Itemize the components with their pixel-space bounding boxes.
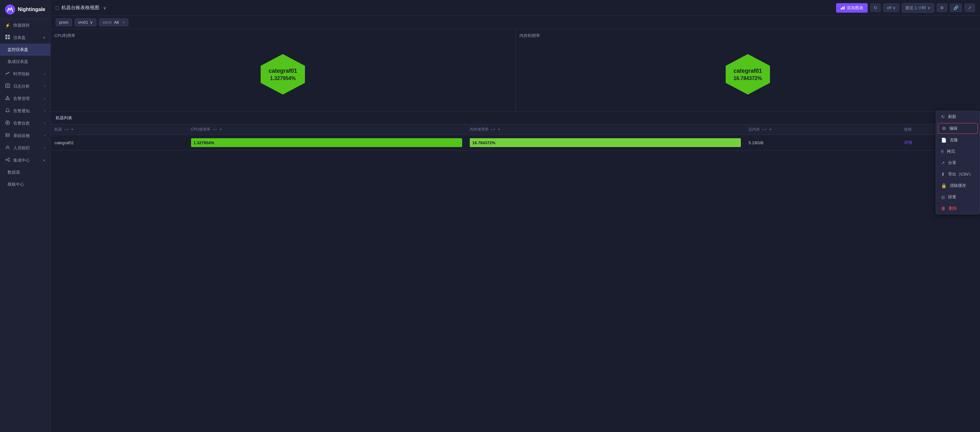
dashboard-icon (5, 35, 10, 40)
quick-jump-icon: ⚡ (5, 23, 10, 28)
fullscreen-button[interactable]: ⤢ (964, 3, 975, 12)
svg-line-21 (7, 159, 8, 159)
context-menu-item-troubleshoot[interactable]: ◎ 排查 (936, 191, 980, 203)
off-button[interactable]: off ∨ (883, 3, 899, 12)
svg-rect-3 (5, 37, 7, 39)
table-row: categraf01 1.327954% 16.784372% (51, 135, 980, 151)
chevron-down-icon: ∨ (43, 36, 45, 39)
back-icon[interactable]: □ (56, 5, 59, 11)
sidebar-item-label: 人员组织 (13, 145, 30, 151)
export-icon: ⬆ (941, 172, 945, 177)
sidebar-item-personnel[interactable]: 人员组织 › (0, 142, 50, 154)
topbar-actions: 添加图表 ↻ off ∨ 最近 1 小时 ∨ ⚙ 🔗 ⤢ (836, 3, 975, 13)
context-menu-item-copy[interactable]: ⎘ 拷贝 (936, 146, 980, 157)
sidebar-item-alert-self-heal[interactable]: 告警自愈 › (0, 117, 50, 129)
sidebar-item-label: 告警通知 (13, 108, 30, 114)
chevron-right-icon: › (44, 121, 45, 125)
context-menu: ↻ 刷新 ⚙ 编辑 📄 克隆 ⎘ 拷贝 ↗ 分享 ⬆ 导出（CSV） 🔒 清除缓… (936, 111, 980, 214)
context-menu-label: 克隆 (950, 137, 958, 143)
context-menu-item-clear-cache[interactable]: 🔒 清除缓存 (936, 180, 980, 191)
chevron-right-icon: › (44, 84, 45, 88)
troubleshoot-icon: ◎ (941, 194, 945, 200)
context-menu-item-edit[interactable]: ⚙ 编辑 (938, 123, 978, 134)
context-menu-item-delete[interactable]: 🗑 删除 (936, 203, 980, 214)
add-chart-label: 添加图表 (847, 5, 863, 11)
refresh-icon: ↻ (874, 5, 877, 10)
chevron-right-icon: › (44, 146, 45, 149)
refresh-button[interactable]: ↻ (870, 3, 881, 12)
memory-hexagon-wrapper: categraf01 16.784372% (722, 52, 773, 96)
sidebar-item-integrated-dashboard[interactable]: 集成仪表盘 (0, 56, 50, 68)
charts-row: CPU利用率 categraf01 1.327954% (51, 29, 980, 112)
detail-link-button[interactable]: 详情 (904, 140, 912, 145)
logo-icon (5, 5, 15, 14)
sidebar-item-template-center[interactable]: 模板中心 (0, 178, 50, 191)
svg-rect-13 (6, 133, 10, 135)
sidebar-item-alert-management[interactable]: 告警管理 › (0, 92, 50, 105)
infra-icon (5, 132, 10, 138)
sidebar-item-label: 监控仪表盘 (8, 47, 28, 52)
sidebar-item-label: 数据源 (8, 170, 20, 175)
table-header-row: 机器 ▲▼ ▼ CPU使用率 ▲▼ ▼ (51, 124, 980, 135)
cpu-hex-value: 1.327954% (269, 76, 297, 81)
off-dropdown-icon: ∨ (893, 5, 896, 10)
sort-icon[interactable]: ▲▼ (64, 129, 69, 131)
sort-icon[interactable]: ▲▼ (762, 129, 767, 131)
settings-button[interactable]: ⚙ (937, 3, 947, 12)
filter-icon[interactable]: ▼ (71, 128, 74, 131)
filter-dropdown[interactable]: vm01 ∨ (75, 18, 97, 26)
memory-hex-host: categraf01 (733, 68, 762, 74)
sidebar-item-datasource[interactable]: 数据源 (0, 166, 50, 178)
context-menu-item-share[interactable]: ↗ 分享 (936, 157, 980, 168)
share-link-button[interactable]: 🔗 (950, 3, 962, 12)
sidebar-item-dashboard[interactable]: 仪表盘 ∨ (0, 31, 50, 44)
cpu-hexagon-wrapper: categraf01 1.327954% (258, 52, 308, 96)
filter-tag-close-button[interactable]: × (123, 20, 125, 25)
chevron-right-icon: › (44, 72, 45, 76)
cpu-hexagon-text: categraf01 1.327954% (269, 68, 297, 81)
svg-point-17 (6, 146, 8, 148)
filter-icon[interactable]: ▼ (219, 128, 223, 131)
filter-icon[interactable]: ▼ (769, 128, 772, 131)
context-menu-item-clone[interactable]: 📄 克隆 (936, 134, 980, 146)
time-range-button[interactable]: 最近 1 小时 ∨ (902, 3, 934, 13)
sidebar-item-quick-jump[interactable]: ⚡ 快捷跳转 (0, 19, 50, 31)
sidebar-item-label: 时序指标 (13, 71, 30, 77)
th-machine: 机器 ▲▼ ▼ (51, 124, 187, 135)
cache-icon: 🔒 (941, 183, 947, 188)
cell-mem-usage: 16.784372% (466, 135, 745, 151)
cpu-chart-body: categraf01 1.327954% (54, 41, 512, 108)
alert-icon (5, 95, 10, 102)
filter-icon[interactable]: ▼ (498, 128, 501, 131)
svg-rect-2 (8, 35, 10, 37)
machine-table-section: 机器列表 ⋮ 机器 ▲▼ ▼ (51, 112, 980, 151)
context-menu-item-export-csv[interactable]: ⬆ 导出（CSV） (936, 168, 980, 180)
dropdown-arrow-icon: ∨ (90, 20, 93, 25)
integration-icon (5, 157, 10, 163)
context-menu-label: 删除 (949, 206, 957, 211)
context-menu-item-refresh[interactable]: ↻ 刷新 (936, 111, 980, 122)
memory-chart-body: categraf01 16.784372% (519, 41, 977, 108)
time-metrics-icon (5, 71, 10, 77)
memory-hexagon: categraf01 16.784372% (722, 52, 773, 96)
topbar-left: □ 机器台账表格视图 ∨ (56, 5, 836, 11)
sidebar-item-log-analysis[interactable]: 日志分析 › (0, 80, 50, 92)
time-dropdown-icon: ∨ (928, 5, 931, 10)
filter-source: prom (56, 18, 72, 26)
sidebar-item-time-metrics[interactable]: 时序指标 › (0, 68, 50, 80)
page-title: 机器台账表格视图 (61, 5, 99, 11)
add-chart-button[interactable]: 添加图表 (836, 3, 868, 13)
sort-icon[interactable]: ▲▼ (212, 129, 217, 131)
cpu-chart-title: CPU利用率 (54, 33, 512, 38)
sidebar-item-monitor-dashboard[interactable]: 监控仪表盘 (0, 44, 50, 56)
sidebar-item-integration[interactable]: 集成中心 ∨ (0, 154, 50, 166)
title-dropdown-icon[interactable]: ∨ (103, 5, 106, 10)
sidebar-item-label: 基础设施 (13, 133, 30, 138)
cpu-hex-host: categraf01 (269, 68, 297, 74)
sidebar-item-alert-notification[interactable]: 告警通知 › (0, 105, 50, 117)
sidebar-item-label: 告警自愈 (13, 121, 30, 126)
sidebar-item-infrastructure[interactable]: 基础设施 › (0, 129, 50, 142)
copy-icon: ⎘ (941, 149, 943, 154)
main-content: □ 机器台账表格视图 ∨ 添加图表 ↻ off ∨ 最近 1 小时 ∨ ⚙ (51, 0, 980, 432)
sort-icon[interactable]: ▲▼ (491, 129, 496, 131)
